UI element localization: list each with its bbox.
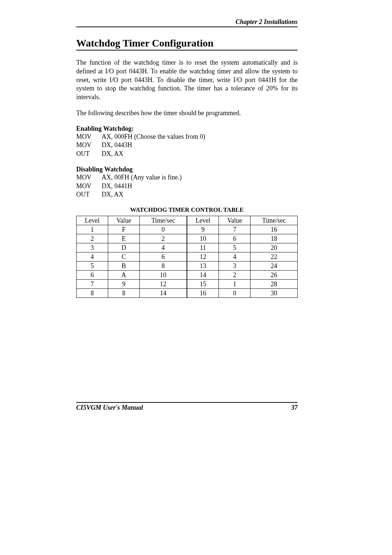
table-cell: 1 <box>77 225 108 234</box>
table-cell: 2 <box>140 234 187 243</box>
table-row: 6A1014226 <box>77 271 298 280</box>
table-cell: 5 <box>219 243 250 252</box>
table-cell: 30 <box>250 289 298 298</box>
table-cell: 14 <box>187 271 219 280</box>
asm-op: MOV <box>76 133 102 141</box>
table-row: 1F09716 <box>77 225 298 234</box>
asm-arg: AX, 00FH (Any value is fine.) <box>102 173 298 182</box>
table-cell: 20 <box>250 243 298 252</box>
disable-code-block: MOV AX, 00FH (Any value is fine.) MOV DX… <box>76 173 298 199</box>
table-header: Level <box>77 216 108 225</box>
table-cell: 6 <box>219 234 250 243</box>
table-cell: 24 <box>250 262 298 271</box>
table-header-row: Level Value Time/sec Level Value Time/se… <box>77 216 298 225</box>
table-cell: 4 <box>77 252 108 262</box>
asm-op: OUT <box>76 150 102 158</box>
table-cell: 28 <box>250 280 298 289</box>
section-title: Watchdog Timer Configuration <box>76 37 298 49</box>
table-cell: 26 <box>250 271 298 280</box>
table-row: 4C612422 <box>77 252 298 262</box>
table-row: 791215128 <box>77 280 298 289</box>
asm-arg: DX, AX <box>102 190 298 199</box>
table-cell: 13 <box>187 262 219 271</box>
page: Chapter 2 Installations Watchdog Timer C… <box>0 0 392 555</box>
section-rule <box>76 50 298 50</box>
asm-op: MOV <box>76 173 102 182</box>
table-cell: 8 <box>108 289 140 298</box>
asm-arg: DX, AX <box>102 150 298 158</box>
control-table: Level Value Time/sec Level Value Time/se… <box>76 216 298 298</box>
table-cell: 16 <box>187 289 219 298</box>
table-cell: 1 <box>219 280 250 289</box>
table-header: Time/sec <box>140 216 187 225</box>
table-cell: 6 <box>140 252 187 262</box>
table-cell: 10 <box>187 234 219 243</box>
asm-op: OUT <box>76 190 102 199</box>
table-header: Time/sec <box>250 216 298 225</box>
table-cell: 12 <box>140 280 187 289</box>
table-header: Value <box>219 216 250 225</box>
table-cell: 0 <box>140 225 187 234</box>
footer-rule <box>76 402 298 403</box>
table-cell: 12 <box>187 252 219 262</box>
table-cell: 7 <box>219 225 250 234</box>
table-cell: C <box>108 252 140 262</box>
asm-row: MOV DX, 0443H <box>76 141 298 150</box>
table-row: 5B813324 <box>77 262 298 271</box>
asm-op: MOV <box>76 182 102 191</box>
table-cell: 9 <box>108 280 140 289</box>
table-row: 3D411520 <box>77 243 298 252</box>
table-cell: 5 <box>77 262 108 271</box>
footer-page-number: 37 <box>291 404 298 412</box>
table-cell: 2 <box>219 271 250 280</box>
table-cell: F <box>108 225 140 234</box>
paragraph-how: The following describes how the timer sh… <box>76 109 298 118</box>
table-cell: 0 <box>219 289 250 298</box>
table-cell: 11 <box>187 243 219 252</box>
asm-row: MOV AX, 00FH (Any value is fine.) <box>76 173 298 182</box>
table-cell: 7 <box>77 280 108 289</box>
disable-heading: Disabling Watchdog <box>76 166 298 173</box>
table-cell: D <box>108 243 140 252</box>
asm-row: OUT DX, AX <box>76 190 298 199</box>
table-cell: 8 <box>140 262 187 271</box>
table-cell: B <box>108 262 140 271</box>
table-row: 881416030 <box>77 289 298 298</box>
enable-code-block: MOV AX, 000FH (Choose the values from 0)… <box>76 133 298 158</box>
asm-row: MOV DX, 0441H <box>76 182 298 191</box>
asm-row: OUT DX, AX <box>76 150 298 158</box>
paragraph-intro: The function of the watchdog timer is to… <box>76 58 298 102</box>
table-header: Value <box>108 216 140 225</box>
table-cell: 16 <box>250 225 298 234</box>
table-cell: 22 <box>250 252 298 262</box>
table-cell: 6 <box>77 271 108 280</box>
asm-arg: DX, 0441H <box>102 182 298 191</box>
chapter-header: Chapter 2 Installations <box>76 18 298 26</box>
table-row: 2E210618 <box>77 234 298 243</box>
footer-manual: CI5VGM User's Manual <box>76 404 143 412</box>
table-header: Level <box>187 216 219 225</box>
footer: CI5VGM User's Manual 37 <box>76 402 298 412</box>
asm-arg: AX, 000FH (Choose the values from 0) <box>102 133 298 141</box>
table-cell: 10 <box>140 271 187 280</box>
asm-op: MOV <box>76 141 102 150</box>
asm-arg: DX, 0443H <box>102 141 298 150</box>
table-cell: 14 <box>140 289 187 298</box>
table-cell: 9 <box>187 225 219 234</box>
table-title: WATCHDOG TIMER CONTROL TABLE <box>76 206 298 214</box>
table-cell: 3 <box>77 243 108 252</box>
table-cell: 4 <box>140 243 187 252</box>
table-cell: 15 <box>187 280 219 289</box>
table-cell: 4 <box>219 252 250 262</box>
table-cell: E <box>108 234 140 243</box>
table-cell: 2 <box>77 234 108 243</box>
enable-heading: Enabling Watchdog: <box>76 125 298 133</box>
table-cell: 8 <box>77 289 108 298</box>
table-cell: 3 <box>219 262 250 271</box>
chapter-rule <box>76 27 298 27</box>
table-cell: A <box>108 271 140 280</box>
table-cell: 18 <box>250 234 298 243</box>
asm-row: MOV AX, 000FH (Choose the values from 0) <box>76 133 298 141</box>
